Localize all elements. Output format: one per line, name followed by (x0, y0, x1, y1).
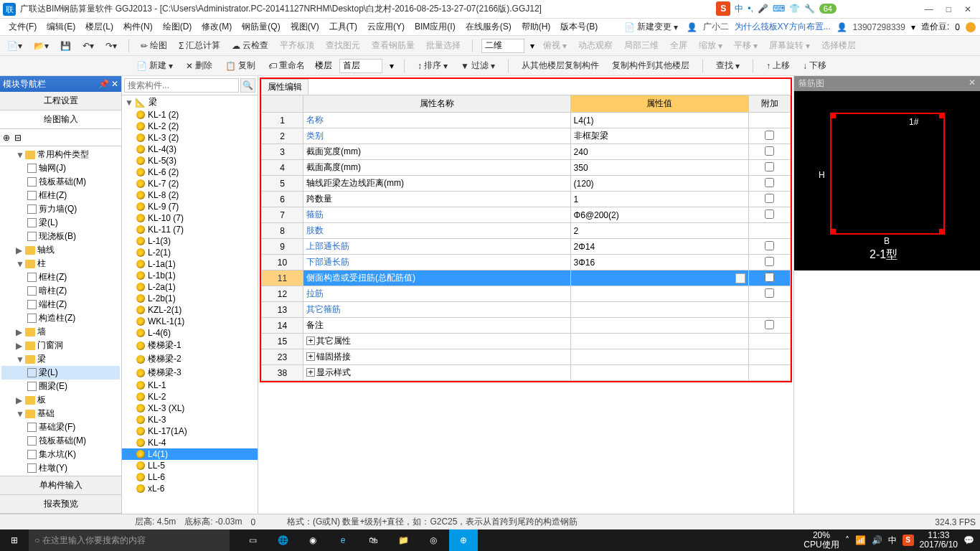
tree-node[interactable]: ▼梁 (1, 352, 120, 366)
ime-sogou-icon[interactable]: S (716, 1, 730, 16)
task-view-icon[interactable]: ▭ (238, 529, 267, 551)
fullscreen-button[interactable]: 全屏 (667, 38, 690, 53)
comp-item[interactable]: 楼梯梁-3 (122, 366, 258, 380)
tree-node[interactable]: 现浇板(B) (1, 230, 120, 243)
cloud-check-button[interactable]: ☁云检查 (229, 38, 271, 53)
prop-row[interactable]: 12拉筋 (262, 286, 791, 302)
prop-name-cell[interactable]: 跨数量 (303, 192, 570, 207)
task-store-icon[interactable]: 🛍 (359, 529, 387, 551)
tree-node[interactable]: 筏板基础(M) (1, 434, 120, 448)
prop-check-cell[interactable] (749, 349, 791, 365)
prop-name-cell[interactable]: 备注 (303, 318, 570, 334)
local-3d-button[interactable]: 局部三维 (621, 38, 661, 53)
prop-row[interactable]: 3截面宽度(mm)240 (262, 144, 791, 160)
tree-expander-icon[interactable]: ▶ (16, 327, 23, 337)
comp-item[interactable]: xL-6 (122, 483, 258, 494)
tray-network-icon[interactable]: 📶 (855, 535, 866, 545)
prop-name-cell[interactable]: 其它箍筋 (303, 302, 570, 318)
prop-check-cell[interactable] (749, 270, 791, 286)
task-app-icon[interactable]: 🌐 (268, 529, 297, 551)
tree-node[interactable]: 梁(L) (1, 216, 120, 230)
tree-node[interactable]: 暗柱(Z) (1, 284, 120, 298)
menu-draw[interactable]: 绘图(D) (159, 19, 197, 34)
menu-floor[interactable]: 楼层(L) (81, 19, 118, 34)
prop-check-cell[interactable] (749, 318, 791, 334)
prop-name-cell[interactable]: +显示样式 (303, 365, 570, 381)
prop-value-cell[interactable]: (120) (570, 176, 748, 192)
find-element-button[interactable]: 查找图元 (323, 38, 363, 53)
tree-node[interactable]: ▶板 (1, 393, 120, 407)
prop-name-cell[interactable]: 名称 (303, 113, 570, 128)
tray-notifications-icon[interactable]: 💬 (963, 535, 974, 545)
tray-clock[interactable]: 11:33 2017/6/10 (920, 531, 958, 550)
floor-dropdown[interactable] (339, 59, 382, 73)
prop-check-cell[interactable] (749, 128, 791, 144)
open-file-icon[interactable]: 📂▾ (31, 39, 52, 52)
prop-check-cell[interactable] (749, 334, 791, 349)
comp-item[interactable]: KL-7 (2) (122, 178, 258, 189)
tree-node[interactable]: 基础梁(F) (1, 420, 120, 434)
prop-value-cell[interactable]: 1 (570, 192, 748, 207)
view-rebar-button[interactable]: 查看钢筋量 (369, 38, 418, 53)
batch-select-button[interactable]: 批量选择 (423, 38, 463, 53)
prop-row[interactable]: 38+显示样式 (262, 365, 791, 381)
ime-lang-icon[interactable]: 中 (735, 3, 743, 15)
prop-row[interactable]: 13其它箍筋 (262, 302, 791, 318)
comp-item[interactable]: 楼梯梁-2 (122, 352, 258, 366)
expand-icon[interactable]: + (306, 336, 315, 345)
tray-up-icon[interactable]: ˄ (845, 535, 849, 545)
prop-check-cell[interactable] (749, 365, 791, 381)
tree-node[interactable]: ▼常用构件类型 (1, 148, 120, 161)
prop-value-cell[interactable] (570, 318, 748, 334)
comp-item[interactable]: KL-11 (7) (122, 224, 258, 235)
prop-row[interactable]: 23+锚固搭接 (262, 349, 791, 365)
new-component-button[interactable]: 📄新建 ▾ (133, 58, 176, 73)
nav-tab-draw[interactable]: 绘图输入 (0, 110, 121, 129)
prop-row[interactable]: 4截面高度(mm)350 (262, 160, 791, 176)
comp-item[interactable]: KL-10 (7) (122, 212, 258, 224)
menu-cloud[interactable]: 云应用(Y) (363, 19, 409, 34)
move-down-button[interactable]: ↓下移 (800, 58, 829, 73)
tray-ime-icon[interactable]: 中 (888, 534, 897, 547)
tree-node[interactable]: 剪力墙(Q) (1, 202, 120, 216)
prop-check-cell[interactable] (749, 176, 791, 192)
comp-item[interactable]: XL-3 (XL) (122, 402, 258, 414)
menu-online[interactable]: 在线服务(S) (461, 19, 516, 34)
nav-tool-icon[interactable]: ⊕ (3, 133, 10, 143)
prop-name-cell[interactable]: +锚固搭接 (303, 349, 570, 365)
nav-tab-single[interactable]: 单构件输入 (0, 476, 121, 495)
prop-row[interactable]: 10下部通长筋3Φ16 (262, 255, 791, 270)
prop-check-cell[interactable] (749, 113, 791, 128)
tree-node[interactable]: 框柱(Z) (1, 189, 120, 202)
prop-name-cell[interactable]: 截面宽度(mm) (303, 144, 570, 160)
comp-item[interactable]: L-1a(1) (122, 258, 258, 270)
menu-file[interactable]: 文件(F) (4, 19, 41, 34)
tree-node[interactable]: 集水坑(K) (1, 448, 120, 461)
prop-checkbox[interactable] (765, 131, 774, 140)
tree-node[interactable]: ▶轴线 (1, 243, 120, 257)
comp-item[interactable]: KL-1 (2) (122, 109, 258, 121)
nav-tab-project[interactable]: 工程设置 (0, 92, 121, 110)
prop-name-cell[interactable]: 肢数 (303, 223, 570, 239)
comp-item[interactable]: L-1b(1) (122, 270, 258, 281)
comp-root[interactable]: ▼ 📐 梁 (122, 95, 258, 109)
prop-check-cell[interactable] (749, 239, 791, 255)
prop-value-cell[interactable] (570, 349, 748, 365)
top-view-button[interactable]: 俯视 ▾ (540, 38, 570, 53)
prop-name-cell[interactable]: +其它属性 (303, 334, 570, 349)
prop-value-cell[interactable]: 240 (570, 144, 748, 160)
ime-skin-icon[interactable]: 👕 (789, 4, 800, 14)
prop-row[interactable]: 14备注 (262, 318, 791, 334)
comp-item[interactable]: KL-1 (122, 380, 258, 391)
search-input[interactable] (124, 78, 239, 93)
tree-node[interactable]: 构造柱(Z) (1, 311, 120, 325)
comp-item[interactable]: 楼梯梁-1 (122, 339, 258, 352)
close-button[interactable]: ✕ (964, 4, 971, 14)
zoom-button[interactable]: 缩放 ▾ (696, 38, 725, 53)
tree-node[interactable]: ▼柱 (1, 257, 120, 270)
view-mode-dropdown[interactable] (481, 39, 524, 53)
prop-check-cell[interactable] (749, 286, 791, 302)
prop-value-cell[interactable]: ⋯ (570, 270, 748, 286)
pan-button[interactable]: 平移 ▾ (731, 38, 760, 53)
prop-check-cell[interactable] (749, 302, 791, 318)
